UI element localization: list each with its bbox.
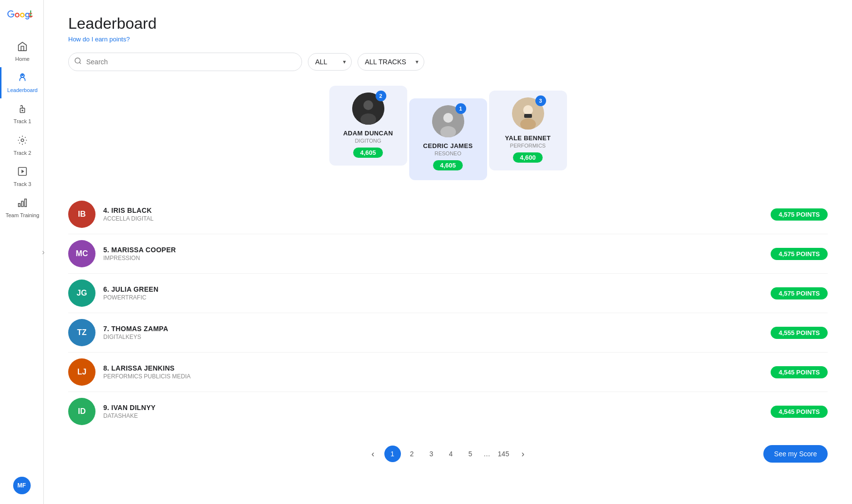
row-score: 4,575 POINTS: [771, 208, 828, 221]
row-score: 4,575 POINTS: [771, 248, 828, 260]
row-score: 4,575 POINTS: [771, 287, 828, 299]
page-button-1[interactable]: 1: [384, 446, 401, 462]
leaderboard-row: MC 5. MARISSA COOPER IMPRESSION 4,575 PO…: [68, 234, 828, 274]
search-input[interactable]: [68, 53, 302, 71]
sidebar-item-track3[interactable]: Track 3: [0, 161, 43, 192]
row-score: 4,545 POINTS: [771, 406, 828, 418]
sidebar: Home Leaderboard Track 1: [0, 0, 44, 504]
row-company: IMPRESSION: [103, 255, 771, 261]
sidebar-expand-button[interactable]: ›: [38, 247, 48, 257]
earn-points-link[interactable]: How do I earn points?: [68, 36, 828, 43]
podium-score-3rd: 4,600: [513, 152, 543, 163]
google-logo: [7, 5, 37, 27]
rank-badge-1: 1: [455, 103, 466, 114]
home-icon: [17, 41, 28, 55]
user-avatar[interactable]: MF: [13, 477, 31, 494]
sidebar-item-track1-label: Track 1: [14, 118, 31, 125]
podium-company-2nd: DIGITONG: [355, 138, 381, 144]
svg-rect-7: [19, 204, 20, 206]
leaderboard-row: LJ 8. LARISSA JENKINS PERFORMICS PUBLICI…: [68, 353, 828, 392]
podium-card-first: 1 CEDRIC JAMES RESONEO 4,605: [409, 98, 487, 180]
track2-icon: [17, 135, 28, 149]
pagination-ellipsis: …: [482, 450, 492, 458]
row-name: 6. JULIA GREEN: [103, 285, 771, 293]
row-company: ACCELLA DIGITAL: [103, 215, 771, 222]
svg-rect-9: [25, 199, 27, 207]
row-name: 4. IRIS BLACK: [103, 206, 771, 214]
podium-name-3rd: YALE BENNET: [505, 134, 551, 142]
podium-section: 2 ADAM DUNCAN DIGITONG 4,605 1 CEDRIC JA…: [68, 86, 828, 180]
leaderboard-row: TZ 7. THOMAS ZAMPA DIGITALKEYS 4,555 POI…: [68, 313, 828, 353]
podium-card-second: 2 ADAM DUNCAN DIGITONG 4,605: [329, 86, 407, 166]
rank-badge-3: 3: [535, 95, 546, 106]
podium-avatar-1st: 1: [432, 105, 464, 137]
row-company: POWERTRAFIC: [103, 294, 771, 301]
filters-row: ALL ALL TRACKS Track 1 Track 2 Track 3 T…: [68, 53, 828, 71]
row-name: 5. MARISSA COOPER: [103, 246, 771, 254]
row-info: 6. JULIA GREEN POWERTRAFIC: [103, 285, 771, 301]
sidebar-item-leaderboard-label: Leaderboard: [7, 87, 38, 93]
sidebar-item-team-training-label: Team Training: [5, 212, 39, 219]
podium-score-2nd: 4,605: [353, 148, 383, 158]
row-name: 7. THOMAS ZAMPA: [103, 325, 771, 333]
search-input-wrap: [68, 53, 302, 71]
sidebar-item-track1[interactable]: Track 1: [0, 98, 43, 130]
row-avatar: IB: [68, 201, 95, 228]
leaderboard-list: IB 4. IRIS BLACK ACCELLA DIGITAL 4,575 P…: [68, 195, 828, 431]
podium-company-3rd: PERFORMICS: [510, 143, 546, 149]
row-info: 9. IVAN DILNYY DATASHAKE: [103, 404, 771, 419]
leaderboard-row: IB 4. IRIS BLACK ACCELLA DIGITAL 4,575 P…: [68, 195, 828, 234]
row-name: 8. LARISSA JENKINS: [103, 364, 771, 372]
sidebar-item-leaderboard[interactable]: Leaderboard: [0, 67, 43, 98]
podium-avatar-2nd: 2: [352, 93, 384, 125]
row-info: 5. MARISSA COOPER IMPRESSION: [103, 246, 771, 261]
podium-card-third: 3 YALE BENNET PERFORMICS 4,600: [489, 91, 567, 170]
all-filter-select[interactable]: ALL: [308, 53, 352, 71]
sidebar-item-track2-label: Track 2: [14, 150, 31, 156]
main-content: Leaderboard How do I earn points? ALL AL…: [44, 0, 852, 504]
row-name: 9. IVAN DILNYY: [103, 404, 771, 411]
page-button-last[interactable]: 145: [495, 446, 512, 462]
sidebar-item-home[interactable]: Home: [0, 36, 43, 67]
svg-point-10: [75, 58, 80, 63]
pagination: ‹ 1 2 3 4 5 … 145 › See my Score: [68, 446, 828, 462]
svg-point-13: [360, 113, 376, 125]
next-page-button[interactable]: ›: [515, 446, 531, 462]
page-button-3[interactable]: 3: [423, 446, 440, 462]
leaderboard-row: ID 9. IVAN DILNYY DATASHAKE 4,545 POINTS: [68, 392, 828, 431]
svg-point-15: [443, 113, 453, 123]
sidebar-item-team-training[interactable]: Team Training: [0, 192, 43, 224]
row-score: 4,555 POINTS: [771, 327, 828, 339]
track1-icon: [17, 103, 28, 117]
podium-avatar-3rd: 3: [512, 97, 544, 130]
sidebar-item-track3-label: Track 3: [14, 181, 31, 187]
row-score: 4,545 POINTS: [771, 366, 828, 378]
row-avatar: TZ: [68, 319, 95, 346]
podium-company-1st: RESONEO: [435, 150, 461, 156]
podium-name-1st: CEDRIC JAMES: [423, 142, 473, 149]
svg-point-3: [22, 110, 23, 111]
svg-marker-6: [21, 169, 24, 173]
svg-point-12: [363, 100, 373, 110]
podium-name-2nd: ADAM DUNCAN: [343, 130, 393, 137]
sidebar-item-track2[interactable]: Track 2: [0, 130, 43, 161]
prev-page-button[interactable]: ‹: [365, 446, 381, 462]
row-company: PERFORMICS PUBLICIS MEDIA: [103, 373, 771, 380]
page-title: Leaderboard: [68, 15, 828, 33]
page-button-5[interactable]: 5: [462, 446, 479, 462]
row-avatar: JG: [68, 280, 95, 307]
all-filter-wrap: ALL: [308, 53, 352, 71]
tracks-filter-select[interactable]: ALL TRACKS Track 1 Track 2 Track 3 Team …: [358, 53, 424, 71]
svg-rect-20: [524, 114, 532, 118]
svg-point-4: [21, 139, 24, 142]
page-button-4[interactable]: 4: [443, 446, 459, 462]
sidebar-item-home-label: Home: [15, 56, 29, 62]
svg-rect-8: [21, 201, 23, 206]
see-my-score-button[interactable]: See my Score: [763, 445, 828, 463]
page-button-2[interactable]: 2: [404, 446, 420, 462]
row-info: 8. LARISSA JENKINS PERFORMICS PUBLICIS M…: [103, 364, 771, 380]
leaderboard-row: JG 6. JULIA GREEN POWERTRAFIC 4,575 POIN…: [68, 274, 828, 313]
row-avatar: LJ: [68, 358, 95, 386]
row-info: 7. THOMAS ZAMPA DIGITALKEYS: [103, 325, 771, 340]
leaderboard-icon: [17, 72, 28, 86]
